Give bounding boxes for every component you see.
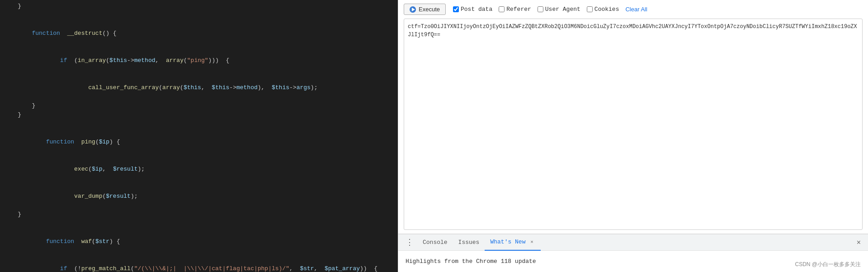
close-devtools-button[interactable]: ×	[853, 234, 864, 251]
code-content: } function __destruct() { if (in_array($…	[0, 0, 398, 272]
user-agent-checkbox[interactable]: User Agent	[538, 6, 580, 13]
tab-console[interactable]: Console	[417, 234, 453, 251]
code-line: if (in_array($this->method, array("ping"…	[0, 47, 398, 74]
clear-all-button[interactable]: Clear All	[625, 6, 647, 13]
post-data-input[interactable]	[453, 6, 459, 12]
devtools-top: Execute Post data Referer User Agent C	[398, 0, 868, 234]
code-line: }	[0, 210, 398, 219]
referer-checkbox[interactable]: Referer	[499, 6, 531, 13]
code-line: if (!preg_match_all("/(\\|\\&|;| |\\|\\/…	[0, 255, 398, 272]
code-line: }	[0, 101, 398, 110]
cookies-label: Cookies	[594, 6, 619, 13]
highlights-text: Highlights from the Chrome 118 update	[406, 258, 536, 265]
code-text	[4, 219, 7, 228]
referer-input[interactable]	[499, 6, 505, 12]
code-text: function ping($ip) {	[4, 129, 120, 156]
user-agent-input[interactable]	[538, 6, 543, 12]
code-text: }	[4, 2, 21, 11]
referer-label: Referer	[506, 6, 531, 13]
code-line: function ping($ip) {	[0, 129, 398, 156]
code-text	[4, 11, 7, 20]
tab-whats-new-label: What's New	[490, 239, 525, 245]
watermark-text: CSDN @小白一枚多多关注	[795, 261, 861, 267]
code-line	[0, 11, 398, 20]
execute-icon	[410, 6, 416, 13]
code-line: }	[0, 2, 398, 11]
code-text: function waf($str) {	[4, 228, 120, 255]
code-line: exec($ip, $result);	[0, 156, 398, 183]
more-tabs-button[interactable]: ⋮	[402, 234, 417, 251]
tab-issues[interactable]: Issues	[453, 234, 485, 251]
code-text	[4, 119, 7, 129]
tabs-bar: ⋮ Console Issues What's New × ×	[398, 234, 868, 251]
tab-issues-label: Issues	[458, 239, 480, 246]
code-line: function waf($str) {	[0, 228, 398, 255]
execute-button[interactable]: Execute	[404, 4, 446, 15]
code-text: exec($ip, $result);	[4, 156, 145, 183]
devtools-panel: Execute Post data Referer User Agent C	[398, 0, 868, 272]
tab-close-icon[interactable]: ×	[528, 239, 535, 246]
user-agent-label: User Agent	[545, 6, 580, 13]
code-text: var_dump($result);	[4, 183, 137, 210]
tab-whats-new[interactable]: What's New ×	[485, 234, 541, 251]
post-data-label: Post data	[461, 6, 492, 13]
post-data-checkbox[interactable]: Post data	[453, 6, 492, 13]
execute-label: Execute	[419, 6, 440, 13]
code-line: call_user_func_array(array($this, $this-…	[0, 74, 398, 101]
code-text: function __destruct() {	[4, 20, 117, 47]
tab-console-label: Console	[423, 239, 448, 246]
code-line: var_dump($result);	[0, 183, 398, 210]
code-text: call_user_func_array(array($this, $this-…	[4, 74, 317, 101]
watermark: CSDN @小白一枚多多关注	[795, 261, 861, 268]
cookies-input[interactable]	[587, 6, 593, 12]
code-text: }	[4, 101, 35, 110]
cookies-checkbox[interactable]: Cookies	[587, 6, 619, 13]
code-text: if (!preg_match_all("/(\\|\\&|;| |\\|\\/…	[4, 255, 377, 272]
code-text: }	[4, 110, 21, 119]
code-panel: } function __destruct() { if (in_array($…	[0, 0, 398, 272]
code-line: }	[0, 110, 398, 119]
code-line	[0, 219, 398, 228]
checkbox-row: Post data Referer User Agent Cookies Cle…	[453, 6, 647, 13]
code-line	[0, 119, 398, 129]
code-text: if (in_array($this->method, array("ping"…	[4, 47, 229, 74]
execute-row: Execute Post data Referer User Agent C	[404, 4, 863, 15]
code-line: function __destruct() {	[0, 20, 398, 47]
code-text: }	[4, 210, 21, 219]
request-textarea[interactable]: ctf=Tzo0OiJIYXNIIjoyOntzOjEyOiIAZWFzZQBt…	[404, 19, 863, 230]
